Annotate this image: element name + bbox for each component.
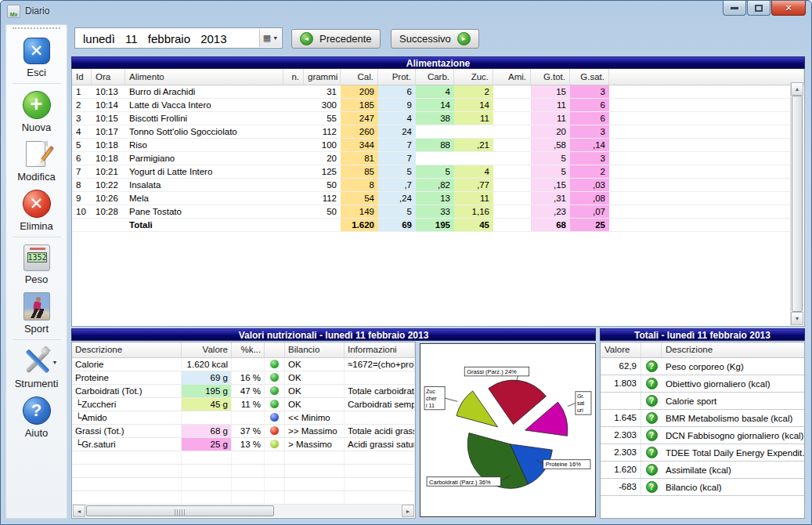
table-row[interactable]: 210:14Latte di Vacca Intero3001859141411… <box>72 99 804 112</box>
column-header[interactable]: Descrizione <box>72 342 182 357</box>
table-cell: 85 <box>341 165 378 178</box>
column-header[interactable]: Valore <box>601 342 641 357</box>
blue-square-x-icon: ✕ <box>23 38 50 64</box>
total-row[interactable]: 1.803?Obiettivo giornaliero (kcal) <box>601 375 804 393</box>
scroll-right-arrow-icon[interactable]: ► <box>402 505 414 517</box>
green-question-circle-icon[interactable]: ? <box>646 360 658 372</box>
scroll-up-arrow-icon[interactable]: ▲ <box>791 82 803 96</box>
alimentazione-header: Alimentazione <box>71 56 805 69</box>
table-row[interactable]: 610:18Parmigiano2081753 <box>72 152 804 165</box>
column-header[interactable] <box>265 342 285 357</box>
sidebar-button-modifica[interactable]: Modifica <box>9 136 65 185</box>
column-header[interactable]: Id <box>72 69 92 85</box>
green-question-circle-icon[interactable]: ? <box>646 412 658 424</box>
column-header[interactable]: G.sat. <box>570 69 609 85</box>
table-row[interactable]: 410:17Tonno Sott'olio Sgocciolato1122602… <box>72 125 804 139</box>
horizontal-scrollbar[interactable]: ◄ ► <box>73 505 414 517</box>
sidebar-button-esci[interactable]: ✕Esci <box>9 33 65 81</box>
table-row[interactable]: 110:13Burro di Arachidi31209642153 <box>72 85 804 99</box>
total-row[interactable]: ?Calorie sport <box>601 393 804 410</box>
column-header[interactable]: Bilancio <box>285 342 345 357</box>
green-question-circle-icon[interactable]: ? <box>646 464 658 476</box>
toolbar-grip[interactable] <box>13 27 60 31</box>
question-cell: ? <box>641 481 662 493</box>
total-value: 1.803 <box>601 375 641 392</box>
nutrient-row[interactable]: Grassi (Tot.)68 g37 %>> MassimoTotale ac… <box>72 425 415 438</box>
table-row[interactable]: 510:18Riso100344788,21,58,14 <box>72 139 804 152</box>
column-header[interactable]: Descrizione <box>662 342 804 357</box>
table-row[interactable]: 310:15Biscotti Frollini5524743811116 <box>72 112 804 125</box>
hscrollbar-thumb[interactable] <box>86 505 274 516</box>
column-header[interactable]: Carb. <box>416 69 454 85</box>
column-header[interactable]: Zuc. <box>454 69 493 85</box>
column-header[interactable]: G.tot. <box>531 69 570 85</box>
figure-legs <box>31 309 44 318</box>
table-cell: 6 <box>570 112 609 125</box>
nutrient-row[interactable]: └Zuccheri45 g11 %OKCarboidrati semplici <box>72 398 415 411</box>
scroll-down-arrow-icon[interactable]: ▼ <box>791 312 803 325</box>
sidebar-button-elimina[interactable]: ✕Elimina <box>9 185 65 234</box>
slice-label-text: Grassi (Parz.) 24% <box>467 368 517 375</box>
total-row[interactable]: 62,9?Peso corporeo (Kg) <box>601 358 804 375</box>
table-cell: 10:13 <box>92 85 125 98</box>
green-left-arrow-icon: ◄ <box>300 32 313 45</box>
nutrient-row[interactable]: Calorie1.620 kcalOK≈1672=(cho+pro)*4+(fa… <box>72 358 415 371</box>
previous-day-button[interactable]: ◄ Precedente <box>291 29 381 49</box>
sidebar-button-strumenti[interactable]: ▼Strumenti <box>9 342 65 392</box>
table-cell: 9 <box>72 192 92 205</box>
close-button[interactable]: ✕ <box>771 1 806 16</box>
total-description: BMR Metabolismo basale (kcal) <box>662 414 804 423</box>
nutrient-row[interactable]: └Gr.saturi25 g13 %> MassimoAcidi grassi … <box>72 438 415 451</box>
table-row[interactable]: 810:22Insalata508,7,82,77,15,03 <box>72 179 804 192</box>
table-cell-filler <box>609 192 804 205</box>
sidebar-button-aiuto[interactable]: ?Aiuto <box>9 392 65 441</box>
total-row[interactable]: 1.645?BMR Metabolismo basale (kcal) <box>601 410 804 427</box>
nutrient-row[interactable]: └Amido<< Minimo <box>72 411 415 425</box>
sidebar-button-nuova[interactable]: +Nuova <box>9 86 65 136</box>
scrollbar-thumb[interactable] <box>792 96 803 312</box>
green-question-circle-icon[interactable]: ? <box>646 378 658 389</box>
total-row[interactable]: 2.303?DCN Fabbisogno giornaliero (kcal) <box>601 427 804 444</box>
nutrient-row[interactable]: Proteine69 g16 %OK <box>72 371 415 385</box>
total-row[interactable]: -683?Bilancio (kcal) <box>601 479 804 496</box>
table-row[interactable]: 1010:28Pane Tostato501495331,16,23,07 <box>72 205 804 219</box>
column-header[interactable]: Cal. <box>341 69 378 85</box>
vertical-scrollbar[interactable]: ▲ ▼ <box>790 82 803 325</box>
table-row[interactable]: 710:21Yogurt di Latte Intero1258555452 <box>72 165 804 179</box>
column-header[interactable]: Ora <box>92 69 125 85</box>
column-header[interactable]: Alimento <box>125 69 283 85</box>
green-question-circle-icon[interactable]: ? <box>646 447 658 458</box>
previous-day-label: Precedente <box>319 33 372 45</box>
table-row[interactable]: 910:26Mela11254,241311,31,08 <box>72 192 804 205</box>
blue-question-circle-icon: ? <box>23 396 51 425</box>
scroll-left-arrow-icon[interactable]: ◄ <box>73 505 85 517</box>
date-picker-dropdown-button[interactable]: ▦▼ <box>259 29 281 47</box>
sidebar-button-sport[interactable]: Sport <box>9 288 65 337</box>
next-day-button[interactable]: Successivo ► <box>391 29 479 49</box>
total-row[interactable]: 2.303?TDEE Total Daily Energy Expendit..… <box>601 444 804 462</box>
green-question-circle-icon[interactable]: ? <box>646 429 658 441</box>
table-cell <box>493 165 531 178</box>
green-question-circle-icon[interactable]: ? <box>646 395 658 407</box>
column-header[interactable]: Valore <box>182 342 232 357</box>
green-question-circle-icon[interactable]: ? <box>646 481 658 493</box>
date-picker[interactable]: lunedì 11 febbraio 2013 ▦▼ <box>74 27 283 49</box>
nutrient-row[interactable]: Carboidrati (Tot.)195 g47 %OKTotale carb… <box>72 385 415 398</box>
column-header[interactable]: %k... <box>232 342 265 357</box>
titlebar[interactable]: Mx Diario ✕ <box>1 1 811 22</box>
maximize-button[interactable] <box>747 1 770 16</box>
minimize-button[interactable] <box>723 1 746 16</box>
table-cell <box>493 219 531 231</box>
column-header[interactable]: n. <box>283 69 304 85</box>
column-header[interactable]: grammi <box>304 69 341 85</box>
column-header[interactable]: Prot. <box>378 69 416 85</box>
column-header[interactable]: Ami. <box>493 69 531 85</box>
total-row[interactable]: 1.620?Assimilate (kcal) <box>601 462 804 479</box>
nutrient-pct: 16 % <box>232 371 265 384</box>
sidebar-button-peso[interactable]: 1352Peso <box>9 240 65 288</box>
totals-row[interactable]: Totali1.62069195456825 <box>72 219 804 232</box>
table-cell <box>283 179 304 191</box>
table-cell: ,58 <box>531 139 570 151</box>
table-cell: 50 <box>304 205 341 218</box>
column-header[interactable]: Informazioni <box>345 342 415 357</box>
